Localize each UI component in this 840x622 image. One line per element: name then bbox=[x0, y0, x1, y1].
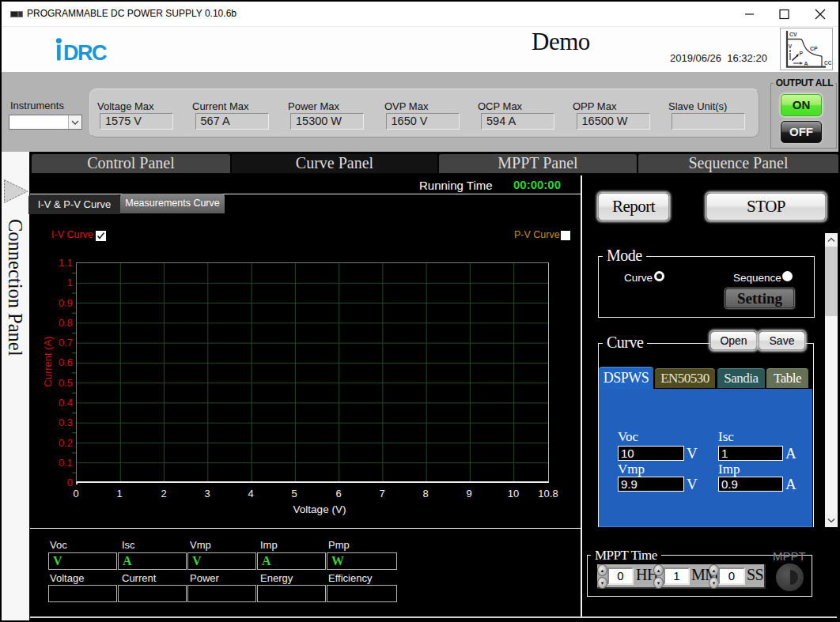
svg-text:P: P bbox=[800, 51, 804, 56]
svg-text:V: V bbox=[789, 43, 793, 49]
svg-text:CP: CP bbox=[810, 46, 818, 51]
svg-text:DRC: DRC bbox=[63, 41, 107, 65]
svg-text:CC: CC bbox=[824, 60, 832, 66]
svg-text:A: A bbox=[804, 61, 808, 66]
svg-text:CV: CV bbox=[789, 32, 797, 37]
